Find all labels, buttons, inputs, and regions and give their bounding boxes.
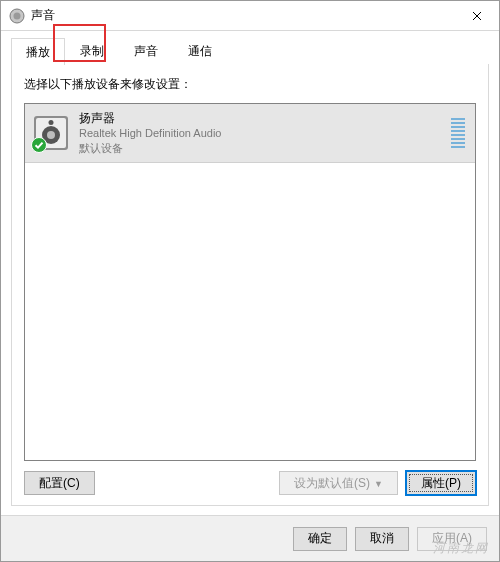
tab-sounds[interactable]: 声音 xyxy=(119,37,173,64)
chevron-down-icon: ▼ xyxy=(374,479,383,489)
device-status: 默认设备 xyxy=(79,141,451,156)
panel-button-row: 配置(C) 设为默认值(S)▼ 属性(P) xyxy=(24,471,476,495)
device-item-speakers[interactable]: 扬声器 Realtek High Definition Audio 默认设备 xyxy=(25,104,475,163)
device-subtitle: Realtek High Definition Audio xyxy=(79,126,451,141)
window-title: 声音 xyxy=(31,7,55,24)
device-list[interactable]: 扬声器 Realtek High Definition Audio 默认设备 xyxy=(24,103,476,461)
svg-point-6 xyxy=(49,120,54,125)
cancel-button[interactable]: 取消 xyxy=(355,527,409,551)
set-default-label: 设为默认值(S) xyxy=(294,476,370,490)
tab-communications[interactable]: 通信 xyxy=(173,37,227,64)
svg-point-1 xyxy=(14,12,21,19)
device-icon-wrap xyxy=(33,115,69,151)
tab-recording[interactable]: 录制 xyxy=(65,37,119,64)
sound-dialog: 声音 播放 录制 声音 通信 选择以下播放设备来修改设置： xyxy=(0,0,500,562)
properties-button[interactable]: 属性(P) xyxy=(406,471,476,495)
level-meter xyxy=(451,118,467,148)
sound-app-icon xyxy=(9,8,25,24)
close-button[interactable] xyxy=(454,1,499,30)
tab-strip: 播放 录制 声音 通信 xyxy=(1,31,499,64)
panel-instruction: 选择以下播放设备来修改设置： xyxy=(24,76,476,93)
titlebar-left: 声音 xyxy=(9,7,55,24)
close-icon xyxy=(472,11,482,21)
ok-button[interactable]: 确定 xyxy=(293,527,347,551)
device-name: 扬声器 xyxy=(79,110,451,126)
set-default-button: 设为默认值(S)▼ xyxy=(279,471,398,495)
svg-point-5 xyxy=(47,131,55,139)
configure-button[interactable]: 配置(C) xyxy=(24,471,95,495)
device-text: 扬声器 Realtek High Definition Audio 默认设备 xyxy=(79,110,451,156)
tab-panel-playback: 选择以下播放设备来修改设置： 扬声器 Realtek High Definiti… xyxy=(11,63,489,506)
apply-button: 应用(A) xyxy=(417,527,487,551)
titlebar: 声音 xyxy=(1,1,499,31)
checkmark-badge-icon xyxy=(31,137,47,153)
tab-playback[interactable]: 播放 xyxy=(11,38,65,65)
dialog-footer: 确定 取消 应用(A) 河南龙网 xyxy=(1,515,499,561)
